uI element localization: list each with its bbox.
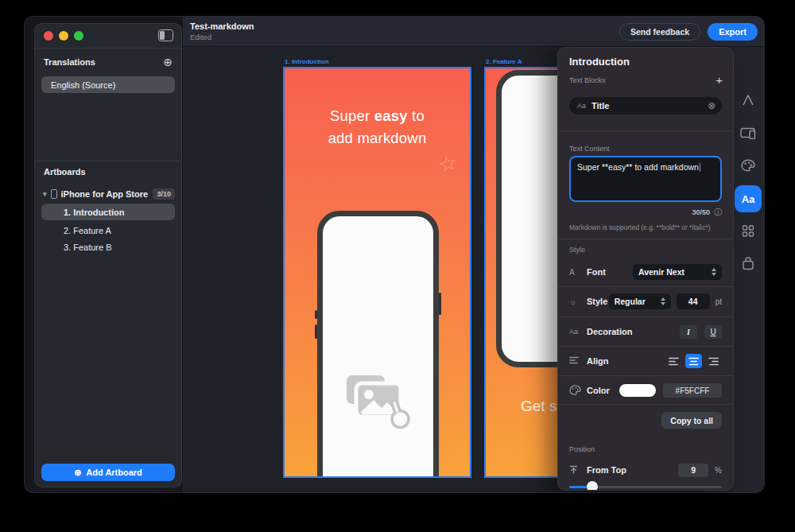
close-window-button[interactable] — [44, 31, 53, 41]
font-select[interactable]: Avenir Next — [633, 264, 722, 280]
updown-chevrons-icon — [661, 297, 665, 305]
phone-mockup-1[interactable] — [317, 211, 439, 478]
app-store-bag-icon[interactable] — [743, 257, 754, 274]
underline-button[interactable]: U — [704, 325, 722, 339]
artboard-group-iphone[interactable]: ▾ iPhone for App Store 3/10 — [43, 187, 175, 201]
divider — [558, 316, 733, 317]
inspector-title: Introduction — [569, 56, 630, 68]
copy-to-all-button[interactable]: Copy to all — [661, 412, 722, 429]
character-counter: 30/50 ⓘ — [692, 207, 722, 218]
artboard-count-badge: 3/10 — [153, 188, 175, 200]
from-top-row: From Top 9 % — [569, 462, 722, 478]
artboard-group-name: iPhone for App Store — [61, 189, 149, 199]
italic-button[interactable]: I — [680, 325, 697, 339]
info-icon[interactable]: ⓘ — [714, 207, 722, 218]
app-window: Test-markdown Edited Send feedback Expor… — [24, 16, 765, 493]
add-translation-icon[interactable]: ⊕ — [163, 56, 173, 68]
divider — [558, 286, 733, 287]
color-label: Color — [587, 386, 610, 395]
inspector-panel: Introduction Text Blocks + Aa Title ⊗ Te… — [557, 47, 734, 491]
export-button[interactable]: Export — [708, 23, 758, 41]
minimize-window-button[interactable] — [59, 31, 68, 41]
updown-chevrons-icon — [712, 268, 716, 276]
from-top-icon — [569, 465, 587, 476]
sidebar: Translations ⊕ English (Source) Artboard… — [34, 23, 182, 487]
font-value: Avenir Next — [638, 267, 684, 277]
document-title: Test-markdown — [190, 21, 254, 31]
cursor-tool-icon[interactable] — [742, 95, 754, 109]
divider — [558, 375, 733, 376]
font-size-unit: pt — [716, 297, 722, 306]
artboard2-label[interactable]: 2. Feature A — [486, 58, 522, 65]
style-section-label: Style — [569, 246, 585, 254]
sidebar-toggle-icon[interactable] — [158, 29, 173, 41]
color-hex-input[interactable]: #F5FCFF — [663, 383, 722, 398]
divider — [558, 239, 733, 239]
add-text-block-icon[interactable]: + — [716, 73, 723, 87]
devices-tool-icon[interactable] — [740, 127, 756, 142]
text-block-title[interactable]: Aa Title ⊗ — [569, 97, 722, 115]
font-style-value: Regular — [615, 297, 646, 306]
text-tool-button-active[interactable]: Aa — [735, 185, 762, 212]
color-row: Color #F5FCFF — [569, 382, 722, 398]
text-content-input[interactable]: Super **easy** to add markdown — [569, 156, 722, 202]
block-name: Title — [591, 101, 609, 111]
sidebar-item-feature-b[interactable]: 3. Feature B — [41, 239, 175, 255]
send-feedback-button[interactable]: Send feedback — [619, 23, 700, 41]
remove-block-icon[interactable]: ⊗ — [708, 100, 716, 111]
image-placeholder-icon[interactable] — [342, 369, 415, 439]
phone-icon — [51, 189, 57, 199]
align-center-button[interactable] — [685, 354, 702, 368]
decoration-label: Decoration — [587, 327, 632, 336]
palette-tool-icon[interactable] — [741, 159, 755, 175]
color-swatch[interactable] — [619, 384, 656, 397]
traffic-lights — [44, 31, 83, 41]
artboard2-partial-text[interactable]: Get st — [521, 398, 561, 415]
from-top-unit: % — [715, 466, 722, 475]
from-top-input[interactable]: 9 — [678, 464, 708, 477]
from-top-slider[interactable] — [569, 481, 722, 491]
decoration-icon: Aa — [569, 328, 587, 336]
text-content-label: Text Content — [569, 145, 610, 153]
font-size-input[interactable]: 44 — [677, 293, 710, 309]
title-bar: Test-markdown Edited Send feedback Expor… — [183, 17, 764, 47]
sidebar-item-feature-a[interactable]: 2. Feature A — [41, 222, 175, 239]
divider — [35, 48, 181, 49]
align-label: Align — [587, 356, 609, 366]
align-row: Align — [569, 353, 722, 369]
divider — [35, 161, 181, 161]
from-top-label: From Top — [587, 465, 626, 475]
text-style-icon: Aa — [577, 102, 586, 110]
headline-pre: Super — [330, 107, 374, 124]
artboard1-headline[interactable]: Super easy to add markdown — [285, 105, 470, 150]
artboard1-label[interactable]: 1. Introduction — [285, 58, 329, 65]
markdown-hint: Markdown is supported (e.g. **bold** or … — [569, 223, 711, 231]
document-status: Edited — [190, 33, 211, 41]
font-style-select[interactable]: Regular — [609, 293, 671, 309]
add-artboard-button[interactable]: ⊕ Add Artboard — [41, 464, 175, 481]
align-icon — [569, 356, 587, 366]
divider — [558, 346, 733, 347]
palette-icon — [569, 385, 587, 397]
add-artboard-label: Add Artboard — [86, 468, 142, 477]
text-blocks-label: Text Blocks — [569, 76, 606, 84]
artboard-introduction[interactable]: Super easy to add markdown ☆ — [283, 67, 471, 478]
tool-rail: Aa — [732, 47, 764, 492]
chevron-down-icon[interactable]: ▾ — [43, 190, 47, 198]
font-row: A Font Avenir Next — [569, 264, 722, 280]
style-row: ☼ Style Regular 44 pt — [569, 293, 722, 309]
grid-tool-icon[interactable] — [743, 225, 754, 240]
zoom-window-button[interactable] — [74, 31, 83, 41]
sidebar-item-introduction[interactable]: 1. Introduction — [41, 204, 175, 220]
phone-button — [315, 310, 317, 319]
language-item-english[interactable]: English (Source) — [41, 76, 175, 93]
counter-value: 30/50 — [692, 208, 710, 216]
decoration-row: Aa Decoration I U — [569, 324, 722, 340]
slider-thumb[interactable] — [587, 481, 598, 491]
headline-post: to — [408, 107, 425, 124]
align-right-button[interactable] — [705, 354, 722, 368]
phone-button — [315, 324, 317, 339]
align-left-button[interactable] — [665, 354, 682, 368]
position-section-label: Position — [569, 445, 595, 453]
phone-button — [439, 293, 441, 315]
